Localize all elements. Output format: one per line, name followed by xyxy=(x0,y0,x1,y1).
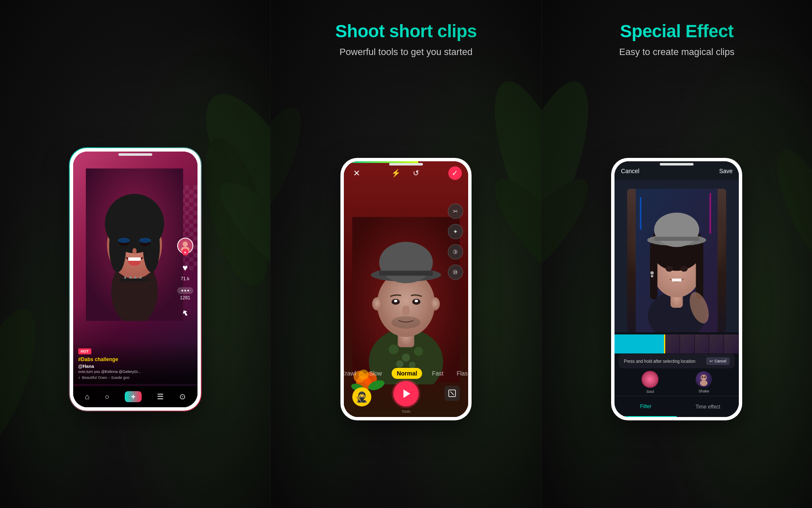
bottom-nav: ⌂ ○ + ☰ ⊙ xyxy=(73,386,198,407)
svg-point-28 xyxy=(271,99,314,240)
svg-point-82 xyxy=(702,376,703,378)
svg-point-58 xyxy=(542,167,601,298)
svg-rect-61 xyxy=(640,197,642,229)
dot-3 xyxy=(187,290,189,292)
svg-point-26 xyxy=(477,72,541,267)
username[interactable]: @Hana xyxy=(78,364,192,369)
speed-normal[interactable]: Normal xyxy=(392,368,422,379)
shake-effect-circle xyxy=(696,371,712,387)
svg-rect-40 xyxy=(379,271,433,276)
camera-screen: ✕ ⚡ ↺ ✓ xyxy=(344,161,468,417)
speed-selector: Crawl Slow Normal Fast Flash xyxy=(344,368,468,379)
music-title: Beautiful Ones – Suede goo xyxy=(82,375,130,380)
video-preview xyxy=(614,180,739,332)
follow-plus-icon[interactable]: + xyxy=(182,249,189,256)
svg-rect-62 xyxy=(710,193,711,234)
phone-2: ✕ ⚡ ↺ ✓ xyxy=(340,158,472,420)
save-button[interactable]: Save xyxy=(719,168,732,174)
panel-3-header: Special Effect Easy to create magical cl… xyxy=(611,0,743,70)
panel-2-title: Shoot short clips xyxy=(335,21,477,41)
like-count: 71.k xyxy=(181,276,189,281)
phone-3-wrapper: Cancel Save xyxy=(611,70,742,508)
svg-line-56 xyxy=(450,392,454,395)
phone-1-wrapper: GIRL xyxy=(70,51,201,508)
instruction-bar: Press and hold after selecting location … xyxy=(619,354,735,368)
phone-3: Cancel Save xyxy=(611,158,742,420)
nav-profile-icon[interactable]: ⊙ xyxy=(179,392,186,401)
close-button[interactable]: ✕ xyxy=(350,166,364,180)
share-button[interactable] xyxy=(178,306,192,321)
instruction-cancel-button[interactable]: ↩ Cancel xyxy=(706,357,730,365)
feed-bottom-info: HOT #Dabs challenge @Hana over,turn you … xyxy=(73,342,198,384)
panel-camera: Shoot short clips Powerful tools to get … xyxy=(271,0,541,508)
nav-search-icon[interactable]: ○ xyxy=(105,392,110,401)
feed-screen: GIRL xyxy=(73,152,198,407)
svg-point-15 xyxy=(132,248,137,254)
svg-point-24 xyxy=(183,242,188,247)
phone-3-container: Cancel Save xyxy=(611,158,742,420)
timeline-cyan-section xyxy=(614,334,664,353)
thumb-5 xyxy=(724,334,739,353)
dot-1 xyxy=(181,290,183,292)
panel-2-header: Shoot short clips Powerful tools to get … xyxy=(327,0,486,70)
effects-row: Soul xyxy=(614,370,739,394)
phone-1: GIRL xyxy=(70,148,201,411)
challenge-tag[interactable]: #Dabs challenge xyxy=(78,356,192,362)
effect-soul[interactable]: Soul xyxy=(642,371,658,394)
timer-3-button[interactable]: ③ xyxy=(448,244,463,260)
confirm-button[interactable]: ✓ xyxy=(448,166,462,180)
scissors-button[interactable]: ✂ xyxy=(448,204,463,219)
effect-screen: Cancel Save xyxy=(614,161,739,417)
sticker-icon[interactable]: 🥷 xyxy=(352,387,371,406)
comment-count: 1281 xyxy=(180,295,190,300)
nav-add-button[interactable]: + xyxy=(125,391,142,402)
nav-inbox-icon[interactable]: ☰ xyxy=(157,392,164,401)
svg-point-10 xyxy=(107,217,162,243)
dot-2 xyxy=(184,290,186,292)
svg-point-73 xyxy=(680,266,688,272)
beauty-button[interactable]: ✦ xyxy=(448,224,463,239)
svg-point-57 xyxy=(542,72,606,267)
svg-rect-74 xyxy=(672,279,682,282)
phone-2-notch xyxy=(389,163,423,166)
filter-tab[interactable]: Filter xyxy=(614,396,677,417)
nav-home-icon[interactable]: ⌂ xyxy=(85,392,90,401)
delete-button[interactable] xyxy=(444,386,460,401)
timer-10-button[interactable]: ⑩ xyxy=(448,265,463,280)
flash-icon[interactable]: ⚡ xyxy=(389,166,403,180)
thumb-4 xyxy=(709,334,724,353)
svg-point-45 xyxy=(392,316,420,329)
effect-shake[interactable]: Shake xyxy=(696,371,712,393)
instruction-text: Press and hold after selecting location xyxy=(624,359,695,364)
svg-point-3 xyxy=(0,301,50,461)
camera-controls: ✂ ✦ ③ ⑩ xyxy=(448,204,463,280)
phone-2-container: ✕ ⚡ ↺ ✓ xyxy=(340,158,472,420)
feed-actions: + ♥ 71.k xyxy=(177,238,193,321)
cancel-button[interactable]: Cancel xyxy=(621,168,639,174)
speed-crawl[interactable]: Crawl xyxy=(344,368,359,379)
svg-rect-17 xyxy=(128,257,141,261)
speed-fast[interactable]: Fast xyxy=(428,368,447,379)
svg-point-81 xyxy=(700,380,708,386)
user-avatar[interactable]: + xyxy=(177,238,193,254)
speed-slow[interactable]: Slow xyxy=(366,368,385,379)
soul-effect-label: Soul xyxy=(646,389,654,394)
flip-camera-icon[interactable]: ↺ xyxy=(409,166,422,180)
feed-description: over,turn you @Eelinna @GeleryGi... xyxy=(78,370,192,374)
svg-point-72 xyxy=(666,266,673,272)
panel-social-feed: GIRL xyxy=(0,0,270,508)
woman-preview xyxy=(627,189,726,332)
effect-tabs: Filter Time effect xyxy=(614,396,739,417)
tools-label: Tools xyxy=(401,409,410,414)
time-effect-tab[interactable]: Time effect xyxy=(677,396,739,417)
comment-button[interactable] xyxy=(177,287,193,294)
svg-point-1 xyxy=(192,132,271,292)
delete-icon xyxy=(448,389,456,397)
svg-rect-68 xyxy=(696,246,703,300)
music-info: ♪ Beautiful Ones – Suede goo xyxy=(78,375,192,380)
svg-point-43 xyxy=(394,300,398,302)
svg-point-33 xyxy=(414,347,423,356)
record-button[interactable] xyxy=(393,381,419,406)
like-button[interactable]: ♥ xyxy=(178,260,192,275)
speed-flash[interactable]: Flash xyxy=(453,368,468,379)
